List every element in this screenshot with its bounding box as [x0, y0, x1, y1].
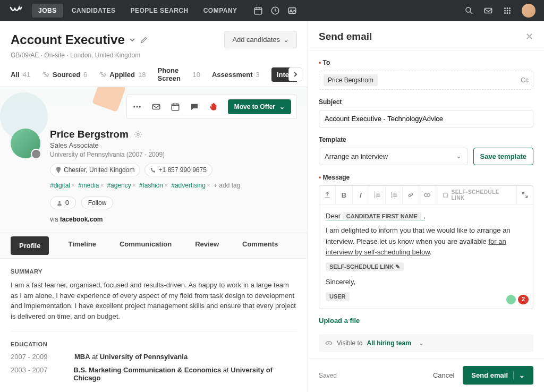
tag[interactable]: #advertising×: [171, 182, 210, 189]
remove-tag-icon[interactable]: ×: [71, 182, 75, 189]
bulb-icon[interactable]: [506, 295, 516, 304]
tag[interactable]: #media×: [78, 182, 104, 189]
chat-icon[interactable]: [190, 102, 199, 112]
cc-button[interactable]: Cc: [521, 76, 529, 84]
apps-icon[interactable]: [503, 6, 512, 15]
stage-applied[interactable]: Applied18: [99, 71, 146, 79]
decor-shape: [92, 87, 126, 112]
scroll-right-button[interactable]: [288, 67, 302, 81]
nav-candidates[interactable]: CANDIDATES: [65, 4, 122, 18]
self-schedule-token[interactable]: SELF-SCHEDULE LINK ✎: [326, 262, 404, 271]
hand-icon[interactable]: [209, 102, 218, 112]
remove-tag-icon[interactable]: ×: [100, 182, 104, 189]
tab-timeline[interactable]: Timeline: [64, 233, 100, 258]
location-pill[interactable]: Chester, United Kingdom: [50, 164, 140, 176]
chevron-down-icon[interactable]: [129, 37, 135, 43]
tag[interactable]: #agency×: [107, 182, 135, 189]
stage-assessment[interactable]: Assessment3: [212, 71, 260, 79]
summary-text: I am a fast learner, organised, focused …: [11, 280, 297, 321]
top-nav: JOBS CANDIDATES PEOPLE SEARCH COMPANY: [0, 0, 544, 21]
stage-sourced[interactable]: Sourced6: [42, 71, 87, 79]
remove-tag-icon[interactable]: ×: [164, 182, 168, 189]
logo[interactable]: [8, 3, 23, 18]
bold-button[interactable]: B: [336, 186, 352, 204]
svg-point-10: [507, 10, 508, 12]
template-select[interactable]: Arrange an interview: [319, 148, 468, 165]
notification-badge[interactable]: 2: [518, 295, 529, 304]
search-icon[interactable]: [464, 6, 474, 15]
stage-all[interactable]: All41: [11, 71, 30, 79]
upload-file-link[interactable]: Upload a file: [319, 317, 533, 325]
svg-point-24: [375, 197, 376, 198]
link-button[interactable]: [403, 186, 419, 204]
editor-body[interactable]: Dear CANDIDATE FIRST NAME , I am delight…: [319, 204, 533, 309]
send-email-button[interactable]: Send email⌄: [463, 366, 533, 385]
panel-footer: Saved Cancel Send email⌄: [308, 358, 544, 392]
candidate-school: University of Pennsylvania (2007 - 2009): [50, 151, 297, 158]
phone-pill[interactable]: +1 857 990 9675: [144, 164, 212, 176]
nav-company[interactable]: COMPANY: [197, 4, 244, 18]
remove-tag-icon[interactable]: ×: [132, 182, 136, 189]
close-icon[interactable]: ✕: [525, 31, 533, 42]
to-field[interactable]: Price Bergstrom Cc: [319, 71, 533, 90]
template-label: Template: [319, 136, 533, 143]
tag[interactable]: #digital×: [50, 182, 75, 189]
tab-communication[interactable]: Communication: [115, 233, 176, 258]
follow-button[interactable]: Follow: [81, 197, 114, 209]
move-to-offer-button[interactable]: Move to Offer⌄: [228, 99, 291, 114]
svg-rect-19: [172, 104, 179, 110]
recipient-chip[interactable]: Price Bergstrom: [324, 74, 378, 86]
ul-button[interactable]: [369, 186, 386, 204]
cancel-button[interactable]: Cancel: [424, 367, 463, 384]
calendar-icon[interactable]: [171, 102, 180, 112]
candidate-avatar[interactable]: [11, 129, 40, 158]
svg-point-4: [466, 7, 471, 12]
education-heading: EDUCATION: [11, 341, 297, 347]
nav-links: JOBS CANDIDATES PEOPLE SEARCH COMPANY: [32, 4, 244, 18]
nav-people-search[interactable]: PEOPLE SEARCH: [124, 4, 194, 18]
nav-jobs[interactable]: JOBS: [32, 4, 63, 18]
svg-point-12: [504, 12, 506, 14]
user-token[interactable]: USER: [326, 292, 350, 301]
tag[interactable]: #fashion×: [139, 182, 168, 189]
visibility-row[interactable]: Visible to All hiring team ⌄: [319, 334, 533, 352]
name-token[interactable]: CANDIDATE FIRST NAME: [343, 212, 421, 220]
italic-button[interactable]: I: [353, 186, 369, 204]
followers-count[interactable]: 0: [50, 197, 76, 209]
tab-review[interactable]: Review: [191, 233, 223, 258]
clock-icon[interactable]: [270, 6, 280, 15]
edit-icon[interactable]: [140, 36, 148, 44]
candidate-role: Sales Associate: [50, 141, 297, 149]
calendar-icon[interactable]: [253, 6, 263, 15]
add-tag-button[interactable]: + add tag: [214, 182, 240, 189]
subject-input[interactable]: [319, 110, 533, 127]
tab-profile[interactable]: Profile: [11, 236, 49, 255]
candidate-action-bar: Move to Offer⌄: [126, 95, 297, 119]
gear-icon[interactable]: [134, 130, 142, 139]
add-candidates-button[interactable]: Add candidates⌄: [224, 31, 297, 48]
chevron-down-icon: ⌄: [283, 36, 289, 44]
svg-point-16: [136, 106, 138, 108]
job-meta: GB/09/AE · On-site · London, United King…: [11, 52, 297, 59]
stage-phone[interactable]: Phone Screen10: [157, 66, 200, 82]
image-icon[interactable]: [287, 6, 297, 15]
expand-button[interactable]: [516, 186, 533, 204]
more-icon[interactable]: [132, 102, 142, 112]
svg-point-7: [507, 7, 508, 9]
ol-button[interactable]: 123: [386, 186, 402, 204]
education-row: 2007 - 2009 MBA at University of Pennsyl…: [11, 353, 297, 361]
upload-icon[interactable]: [319, 186, 336, 204]
save-template-button[interactable]: Save template: [473, 148, 533, 165]
self-schedule-button[interactable]: SELF-SCHEDULE LINK: [436, 186, 516, 204]
source-via: via facebook.com: [50, 216, 297, 223]
remove-tag-icon[interactable]: ×: [207, 182, 210, 189]
user-avatar[interactable]: [522, 4, 536, 18]
candidate-main: Price Bergstrom Sales Associate Universi…: [0, 119, 308, 233]
eye-button[interactable]: [419, 186, 436, 204]
mail-icon[interactable]: [483, 6, 493, 15]
summary-section: SUMMARY I am a fast learner, organised, …: [0, 259, 308, 331]
tab-comments[interactable]: Comments: [238, 233, 282, 258]
svg-point-8: [509, 7, 511, 9]
svg-point-15: [133, 106, 135, 108]
mail-icon[interactable]: [151, 102, 161, 112]
